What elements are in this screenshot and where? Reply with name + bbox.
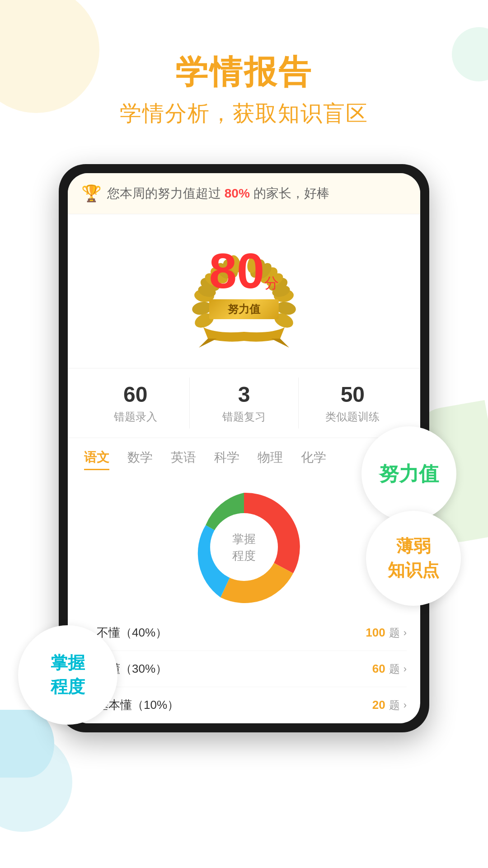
page-title: 学情报告 — [0, 54, 488, 90]
legend-unit-2: 题 — [389, 698, 400, 712]
donut-center-text: 掌握 程度 — [232, 531, 256, 564]
header: 学情报告 学情分析，获取知识盲区 — [0, 0, 488, 137]
legend-count-0: 100 — [366, 626, 385, 640]
bg-decoration-bottom-left2 — [0, 710, 54, 778]
phone-screen: 🏆 您本周的努力值超过 80% 的家长，好棒 — [68, 173, 420, 723]
legend-list: 不懂（40%） 100 题 › 略懂（30%） 60 题 › 基本懂（10%） … — [68, 615, 420, 723]
score-label: 努力值 — [209, 299, 279, 319]
tab-math[interactable]: 数学 — [127, 449, 153, 470]
tab-science[interactable]: 科学 — [214, 449, 239, 470]
score-number: 80 — [209, 246, 264, 296]
tab-english[interactable]: 英语 — [171, 449, 196, 470]
legend-item-2: 基本懂（10%） 20 题 › — [81, 687, 407, 723]
stats-row: 60 错题录入 3 错题复习 50 类似题训练 — [68, 368, 420, 438]
tab-chinese[interactable]: 语文 — [84, 449, 109, 470]
float-zhangwo-label: 掌握程度 — [18, 625, 117, 725]
legend-unit-1: 题 — [389, 662, 400, 676]
score-section: 80 分 努力值 — [68, 214, 420, 368]
stat-item-wrong-entry: 60 错题录入 — [81, 377, 190, 429]
legend-label-0: 不懂（40%） — [97, 625, 366, 641]
score-unit: 分 — [264, 274, 279, 293]
legend-unit-0: 题 — [389, 626, 400, 640]
score-overlay: 80 分 努力值 — [209, 246, 279, 319]
legend-count-2: 20 — [372, 698, 385, 712]
legend-arrow-1[interactable]: › — [404, 663, 407, 675]
legend-arrow-2[interactable]: › — [404, 699, 407, 711]
legend-count-1: 60 — [372, 662, 385, 676]
phone-mockup: 努力值 掌握程度 薄弱知识点 🏆 您本周的努力值超过 80% 的家长，好棒 — [59, 164, 429, 732]
stat-item-review: 3 错题复习 — [190, 377, 298, 429]
legend-item-1: 略懂（30%） 60 题 › — [81, 651, 407, 687]
legend-arrow-0[interactable]: › — [404, 627, 407, 639]
tab-chemistry[interactable]: 化学 — [301, 449, 326, 470]
legend-item-0: 不懂（40%） 100 题 › — [81, 615, 407, 651]
page-subtitle: 学情分析，获取知识盲区 — [0, 99, 488, 128]
screen-banner: 🏆 您本周的努力值超过 80% 的家长，好棒 — [68, 173, 420, 214]
laurel-container: 80 分 努力值 — [172, 228, 316, 359]
tab-physics[interactable]: 物理 — [258, 449, 283, 470]
banner-text: 您本周的努力值超过 80% 的家长，好棒 — [107, 185, 329, 202]
trophy-icon: 🏆 — [81, 184, 102, 203]
legend-label-2: 基本懂（10%） — [97, 697, 372, 713]
float-ruodian-label: 薄弱知识点 — [366, 511, 461, 606]
legend-label-1: 略懂（30%） — [97, 661, 372, 677]
donut-chart: 掌握 程度 — [181, 484, 307, 610]
float-nulizhi-label: 努力值 — [361, 426, 456, 521]
stat-item-similar: 50 类似题训练 — [299, 377, 407, 429]
